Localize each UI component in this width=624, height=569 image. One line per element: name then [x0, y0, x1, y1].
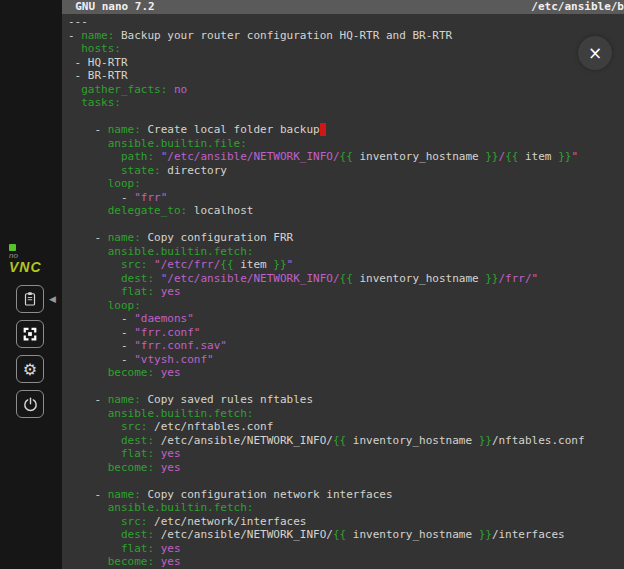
power-button[interactable] — [16, 390, 44, 418]
clipboard-button[interactable] — [16, 285, 44, 313]
code-line: - name: Copy saved rules nftables — [68, 393, 624, 407]
code-line: src: "/etc/frr/{{ item }}" — [68, 258, 624, 272]
code-line: tasks: — [68, 96, 624, 110]
code-line: - "vtysh.conf" — [68, 353, 624, 367]
code-line: - "frr" — [68, 191, 624, 205]
clipboard-icon — [21, 290, 39, 308]
code-line: - name: Create local folder backup — [68, 123, 624, 137]
code-line — [68, 218, 624, 232]
code-line: ansible.builtin.fetch: — [68, 501, 624, 515]
settings-button[interactable]: ⚙ — [16, 355, 44, 383]
code-line: src: /etc/nftables.conf — [68, 420, 624, 434]
code-line: - name: Copy configuration FRR — [68, 231, 624, 245]
code-line: loop: — [68, 177, 624, 191]
settings-gear-icon: ⚙ — [23, 360, 37, 379]
editor-lines: ---- name: Backup your router configurat… — [62, 14, 624, 569]
code-line: flat: yes — [68, 542, 624, 556]
code-line: ansible.builtin.fetch: — [68, 245, 624, 259]
fullscreen-icon — [21, 325, 39, 343]
code-line: state: directory — [68, 164, 624, 178]
code-line: become: yes — [68, 366, 624, 380]
code-line: - name: Copy configuration network inter… — [68, 488, 624, 502]
code-line: ansible.builtin.fetch: — [68, 407, 624, 421]
chevron-left-icon: ◀ — [49, 294, 56, 304]
code-line: - "frr.conf" — [68, 326, 624, 340]
code-line: - HQ-RTR — [68, 56, 624, 70]
vnc-control-bar: no VNC ◀ — [0, 0, 62, 569]
code-line: gather_facts: no — [68, 83, 624, 97]
code-line: - BR-RTR — [68, 69, 624, 83]
power-icon — [22, 396, 39, 413]
code-line: become: yes — [68, 461, 624, 475]
novnc-app: no VNC ◀ — [0, 0, 624, 569]
code-line — [68, 474, 624, 488]
fullscreen-button[interactable] — [16, 320, 44, 348]
novnc-logo: no VNC — [9, 244, 55, 274]
code-line: dest: /etc/ansible/NETWORK_INFO/{{ inven… — [68, 528, 624, 542]
novnc-logo-mark — [9, 244, 16, 251]
code-line: ansible.builtin.file: — [68, 137, 624, 151]
nano-version: GNU nano 7.2 — [62, 0, 155, 14]
code-line: --- — [68, 15, 624, 29]
novnc-logo-vnc: VNC — [9, 260, 55, 274]
code-line: path: "/etc/ansible/NETWORK_INFO/{{ inve… — [68, 150, 624, 164]
terminal-screen[interactable]: GNU nano 7.2 /etc/ansible/b ---- name: B… — [62, 0, 624, 569]
code-line: hosts: — [68, 42, 624, 56]
code-line: flat: yes — [68, 285, 624, 299]
code-line: dest: /etc/ansible/NETWORK_INFO/{{ inven… — [68, 434, 624, 448]
code-line: loop: — [68, 299, 624, 313]
close-button[interactable]: × — [578, 36, 612, 70]
code-line: become: yes — [68, 555, 624, 569]
code-line — [68, 380, 624, 394]
close-icon: × — [588, 43, 602, 63]
code-line: - "daemons" — [68, 312, 624, 326]
code-line: flat: yes — [68, 447, 624, 461]
code-line: src: /etc/network/interfaces — [68, 515, 624, 529]
code-line: dest: "/etc/ansible/NETWORK_INFO/{{ inve… — [68, 272, 624, 286]
nano-filename: /etc/ansible/b — [531, 0, 624, 14]
code-line — [68, 110, 624, 124]
nano-titlebar: GNU nano 7.2 /etc/ansible/b — [62, 0, 624, 14]
code-line: - "frr.conf.sav" — [68, 339, 624, 353]
code-line: - name: Backup your router configuration… — [68, 29, 624, 43]
code-line: delegate_to: localhost — [68, 204, 624, 218]
control-bar-handle[interactable]: ◀ — [45, 288, 60, 310]
